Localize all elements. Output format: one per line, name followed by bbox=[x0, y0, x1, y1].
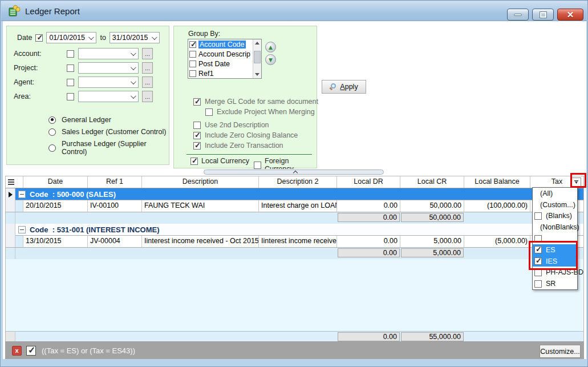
collapse-icon[interactable] bbox=[18, 191, 26, 198]
tax-filter-item-ies[interactable]: IES bbox=[533, 256, 577, 267]
cell-description2[interactable]: Iinterest income received... bbox=[259, 236, 337, 247]
row-selector[interactable] bbox=[6, 200, 15, 212]
project-checkbox[interactable] bbox=[67, 64, 74, 72]
date-checkbox[interactable] bbox=[35, 34, 43, 42]
date-to-combo[interactable]: 31/10/2015 bbox=[110, 32, 160, 43]
scroll-down-icon[interactable] bbox=[255, 73, 259, 76]
tax-filter-item-es[interactable]: ES bbox=[533, 244, 577, 256]
option-checkbox[interactable] bbox=[254, 162, 261, 169]
group-by-item-account-descrip[interactable]: Account Descrip bbox=[188, 49, 253, 59]
option-include-zero-transaction[interactable]: Include Zero Transaction bbox=[193, 142, 283, 150]
option-checkbox[interactable] bbox=[193, 132, 201, 139]
account-browse-button[interactable]: ... bbox=[142, 48, 153, 59]
scroll-up-icon[interactable] bbox=[255, 42, 259, 45]
cell-date[interactable]: 20/10/2015 bbox=[23, 200, 88, 212]
minimize-button[interactable] bbox=[507, 9, 529, 21]
scroll-thumb[interactable] bbox=[254, 51, 261, 63]
date-from-combo[interactable]: 01/10/2015 bbox=[46, 32, 96, 43]
option-include-zero-closing[interactable]: Include Zero Closing Balance bbox=[193, 131, 298, 139]
apply-button[interactable]: Apply bbox=[322, 80, 366, 94]
table-row[interactable]: 13/10/2015 JV-00004 Iinterest income rec… bbox=[6, 236, 583, 248]
cell-local-cr[interactable]: 50,000.00 bbox=[400, 200, 464, 212]
item-checkbox[interactable] bbox=[534, 246, 542, 253]
item-checkbox[interactable] bbox=[534, 280, 542, 288]
group-by-item-account-code[interactable]: Account Code bbox=[188, 39, 253, 49]
tax-filter-item-nonblanks[interactable]: (NonBlanks) bbox=[533, 221, 577, 233]
column-header-local-balance[interactable]: Local Balance bbox=[464, 176, 530, 188]
option-checkbox[interactable] bbox=[193, 98, 201, 106]
listbox-scrollbar[interactable] bbox=[253, 39, 261, 78]
account-checkbox[interactable] bbox=[67, 50, 74, 58]
tax-filter-item-ph-ajs-bd[interactable]: PH-AJS-BD bbox=[533, 267, 577, 278]
collapse-icon[interactable] bbox=[18, 226, 26, 233]
column-header-ref1[interactable]: Ref 1 bbox=[88, 176, 142, 188]
agent-browse-button[interactable]: ... bbox=[142, 76, 153, 88]
column-header-local-dr[interactable]: Local DR bbox=[337, 176, 400, 188]
customize-button[interactable]: Customize... bbox=[540, 345, 581, 358]
close-button[interactable]: ✕ bbox=[557, 9, 583, 21]
radio-sales-ledger[interactable]: Sales Ledger (Customer Control) bbox=[48, 128, 166, 136]
group-by-item-ref1[interactable]: Ref1 bbox=[188, 68, 253, 78]
tax-filter-item-custom[interactable]: (Custom...) bbox=[533, 199, 577, 211]
column-header-description2[interactable]: Description 2 bbox=[259, 176, 337, 188]
tax-filter-button[interactable] bbox=[571, 178, 581, 187]
row-selector-header[interactable] bbox=[6, 176, 23, 188]
maximize-button[interactable] bbox=[532, 9, 554, 21]
group-row-sales[interactable]: Code : 500-000 (SALES) bbox=[6, 188, 583, 200]
splitter-handle[interactable] bbox=[204, 170, 384, 175]
cell-description[interactable]: FAUNG TECK WAI bbox=[142, 200, 259, 212]
project-combo[interactable] bbox=[78, 62, 139, 74]
item-checkbox[interactable] bbox=[189, 70, 196, 77]
option-checkbox[interactable] bbox=[205, 108, 213, 116]
tax-filter-item-blanks[interactable]: (Blanks) bbox=[533, 211, 577, 222]
item-checkbox[interactable] bbox=[534, 212, 542, 220]
item-checkbox[interactable] bbox=[534, 269, 542, 276]
option-exclude-project[interactable]: Exclude Project When Merging bbox=[205, 108, 315, 116]
group-row-interest-income[interactable]: Code : 531-001 (INTEREST INCOME) bbox=[6, 224, 583, 236]
agent-checkbox[interactable] bbox=[67, 79, 74, 86]
option-use-2nd-description[interactable]: Use 2nd Description bbox=[193, 121, 269, 129]
tax-filter-item-empty[interactable] bbox=[533, 233, 577, 244]
column-header-local-cr[interactable]: Local CR bbox=[400, 176, 464, 188]
cell-ref1[interactable]: IV-00100 bbox=[88, 200, 142, 212]
tax-filter-item-all[interactable]: (All) bbox=[533, 188, 577, 199]
filter-enabled-checkbox[interactable] bbox=[26, 346, 36, 356]
column-header-date[interactable]: Date bbox=[23, 176, 88, 188]
cell-local-dr[interactable]: 0.00 bbox=[337, 200, 400, 212]
table-row[interactable]: 20/10/2015 IV-00100 FAUNG TECK WAI Inter… bbox=[6, 200, 583, 212]
option-merge-gl-code[interactable]: Merge GL Code for same document bbox=[193, 98, 318, 106]
option-local-currency[interactable]: Local Currency bbox=[190, 157, 249, 165]
cell-description[interactable]: Iinterest income received - Oct 2015 bbox=[142, 236, 259, 247]
area-browse-button[interactable]: ... bbox=[142, 91, 153, 102]
cell-date[interactable]: 13/10/2015 bbox=[23, 236, 88, 247]
account-combo[interactable] bbox=[78, 48, 139, 59]
item-checkbox[interactable] bbox=[189, 51, 196, 58]
agent-combo[interactable] bbox=[78, 76, 139, 88]
item-checkbox[interactable] bbox=[534, 257, 542, 265]
option-checkbox[interactable] bbox=[193, 122, 201, 129]
project-browse-button[interactable]: ... bbox=[142, 62, 153, 74]
move-up-button[interactable]: ▲ bbox=[265, 42, 276, 53]
cell-local-cr[interactable]: 5,000.00 bbox=[400, 236, 464, 247]
item-checkbox[interactable] bbox=[534, 235, 542, 243]
column-header-description[interactable]: Description bbox=[142, 176, 259, 188]
group-by-item-post-date[interactable]: Post Date bbox=[188, 59, 253, 68]
option-checkbox[interactable] bbox=[190, 158, 198, 165]
remove-filter-button[interactable]: x bbox=[12, 346, 22, 356]
tax-filter-item-sr[interactable]: SR bbox=[533, 278, 577, 289]
cell-local-balance[interactable]: (100,000.00) bbox=[464, 200, 530, 212]
radio-purchase-ledger[interactable]: Purchase Ledger (Supplier Control) bbox=[48, 140, 169, 156]
area-combo[interactable] bbox=[78, 91, 139, 102]
column-header-tax[interactable]: Tax bbox=[530, 176, 583, 188]
item-checkbox[interactable] bbox=[189, 61, 196, 67]
item-checkbox[interactable] bbox=[189, 41, 196, 48]
row-selector[interactable] bbox=[6, 236, 15, 247]
move-down-button[interactable]: ▼ bbox=[265, 54, 276, 65]
cell-description2[interactable]: Interest charge on LOAN bbox=[259, 200, 337, 212]
cell-local-balance[interactable]: (5,000.00) bbox=[464, 236, 530, 247]
option-checkbox[interactable] bbox=[193, 142, 201, 150]
radio-general-ledger[interactable]: General Ledger bbox=[48, 116, 111, 124]
area-checkbox[interactable] bbox=[67, 93, 74, 100]
cell-local-dr[interactable]: 0.00 bbox=[337, 236, 400, 247]
cell-ref1[interactable]: JV-00004 bbox=[88, 236, 142, 247]
